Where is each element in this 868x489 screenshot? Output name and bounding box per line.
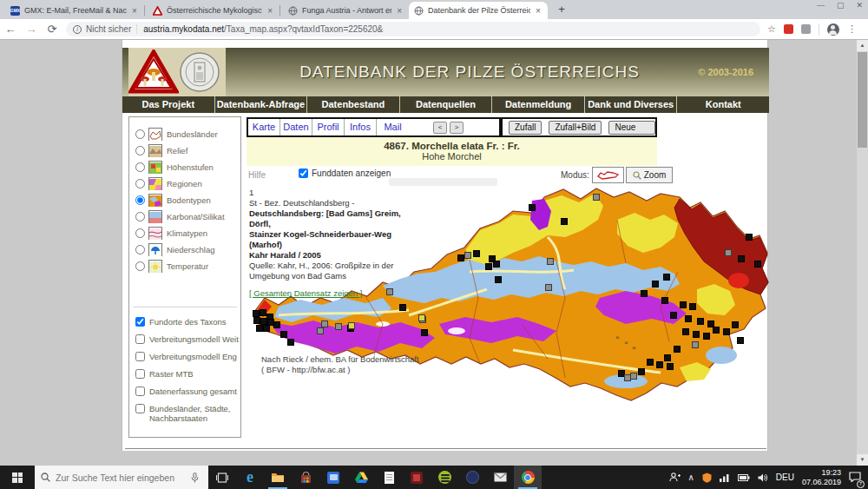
reload-button[interactable]: ⟳	[42, 23, 62, 36]
nav-dank-und-diverses[interactable]: Dank und Diverses	[585, 96, 678, 113]
site-copyright: © 2003-2016	[698, 67, 753, 77]
document-icon	[385, 472, 394, 484]
layer-radio-niederschlag[interactable]	[135, 245, 145, 254]
forward-button[interactable]: →	[21, 23, 42, 36]
view-tab-karte[interactable]: Karte	[248, 119, 280, 135]
taskbar-blue-circle-app[interactable]	[458, 466, 486, 489]
layer-radio-bundeslaender[interactable]	[135, 129, 145, 139]
layer-thumb-regionen	[148, 177, 162, 190]
layer-radio-hoehenstufen[interactable]	[135, 162, 145, 172]
layer-radio-relief[interactable]	[135, 146, 145, 155]
taskbar-spotify[interactable]	[431, 466, 458, 489]
address-bar[interactable]: i Nicht sicher austria.mykodata.net /Tax…	[66, 22, 760, 36]
scroll-up-arrow[interactable]: ▲	[857, 40, 868, 51]
layer-radio-karbonat-silikat[interactable]	[135, 212, 145, 221]
neue-abfrage-button[interactable]: Neue Abfrage	[608, 121, 655, 135]
taskbar-search[interactable]	[35, 466, 208, 489]
tray-expand-chevron[interactable]: ∧	[688, 472, 694, 482]
layer-radio-temperatur[interactable]	[135, 261, 145, 271]
battery-icon[interactable]	[738, 474, 750, 481]
tab-close-icon[interactable]: ×	[397, 6, 402, 16]
pager-prev-button[interactable]: <	[433, 122, 447, 134]
overlay-checkbox-datenerfassung[interactable]	[135, 387, 145, 396]
view-tab-infos[interactable]: Infos	[345, 119, 377, 135]
antivirus-shield-icon[interactable]	[702, 472, 712, 483]
menu-dots-icon[interactable]: ⋮	[847, 23, 857, 35]
layer-radio-regionen[interactable]	[135, 179, 145, 188]
map-attribution: Nach Rieck / ehem. BA für Bodenwirtschaf…	[261, 354, 419, 375]
show-finds-checkbox[interactable]	[299, 169, 308, 178]
bookmark-star-icon[interactable]: ☆	[767, 23, 776, 35]
taskbar-chrome-active[interactable]	[514, 466, 542, 489]
browser-tab-gmx[interactable]: GMX GMX: E-Mail, FreeMail & Nachric ×	[5, 2, 142, 19]
taskbar-mail[interactable]	[486, 466, 514, 489]
layer-radio-klimatypen[interactable]	[135, 228, 145, 238]
nav-kontakt[interactable]: Kontakt	[677, 96, 769, 113]
tab-close-icon[interactable]: ×	[536, 6, 541, 16]
close-button[interactable]: ✕	[856, 1, 863, 10]
scrollbar-thumb[interactable]	[858, 52, 867, 148]
taskbar-edge[interactable]: e	[236, 466, 264, 489]
tab-close-icon[interactable]: ×	[267, 6, 273, 16]
maximize-button[interactable]: ▢	[837, 1, 845, 10]
taskbar-clock[interactable]: 19:23 07.06.2019	[802, 468, 841, 486]
nav-datenmeldung[interactable]: Datenmeldung	[492, 96, 585, 113]
taskbar-file-explorer[interactable]	[264, 466, 292, 489]
overlay-checkbox-fundorte[interactable]	[135, 317, 145, 327]
extension-icon-red[interactable]	[784, 24, 793, 34]
security-label[interactable]: Nicht sicher	[86, 24, 131, 34]
taskbar-ms-store[interactable]	[292, 466, 319, 489]
nav-datenbestand[interactable]: Datenbestand	[307, 96, 400, 113]
action-center-button[interactable]: 7	[849, 470, 861, 486]
nav-datenbank-abfrage[interactable]: Datenbank-Abfrage	[215, 96, 308, 113]
zufall-bild-button[interactable]: Zufall+Bild	[549, 121, 602, 135]
page-scrollbar[interactable]: ▲ ▼	[857, 40, 868, 466]
red-triangle-favicon	[153, 6, 162, 16]
taskbar-red-app[interactable]	[403, 466, 431, 489]
browser-tab-datenbank-active[interactable]: Datenbank der Pilze Österreichs ×	[409, 2, 548, 19]
zufall-button[interactable]: Zufall	[509, 121, 542, 135]
task-view-button[interactable]	[208, 466, 236, 489]
taskbar-google-drive[interactable]	[347, 466, 375, 489]
browser-tab-funga[interactable]: Funga Austria - Antwort erstellen ×	[283, 2, 407, 19]
overlay-checkbox-modell-weit[interactable]	[135, 334, 145, 344]
taskbar-search-input[interactable]	[56, 472, 186, 483]
tab-title: Österreichische Mykologische G	[167, 6, 262, 15]
nav-das-projekt[interactable]: Das Projekt	[122, 96, 215, 113]
people-icon[interactable]	[669, 472, 681, 482]
minimize-button[interactable]: —	[817, 1, 825, 10]
site-info-icon[interactable]: i	[73, 25, 82, 34]
profile-avatar[interactable]	[827, 23, 839, 36]
modus-zoom-button[interactable]: Zoom	[626, 167, 673, 183]
extension-icon-gray[interactable]	[801, 24, 811, 34]
show-full-record-link[interactable]: [ Gesamten Datensatz zeigen ]	[249, 288, 362, 298]
overlay-checkbox-bundeslaender-staedte[interactable]	[135, 404, 145, 413]
ms-store-icon	[300, 472, 312, 484]
nav-datenquellen[interactable]: Datenquellen	[400, 96, 493, 113]
blue-circle-app-icon	[466, 471, 479, 484]
taskbar-photos-app[interactable]	[319, 466, 347, 489]
speaker-icon[interactable]	[758, 473, 768, 482]
start-button[interactable]	[0, 466, 35, 489]
taskbar-document-app[interactable]	[375, 466, 403, 489]
keyboard-language-indicator[interactable]: DEU	[776, 472, 794, 482]
view-tab-mail[interactable]: Mail	[377, 119, 409, 135]
browser-tab-strip: GMX GMX: E-Mail, FreeMail & Nachric × Ös…	[0, 0, 868, 19]
modus-pan-button[interactable]	[592, 167, 624, 183]
view-tab-profil[interactable]: Profil	[312, 119, 345, 135]
new-tab-button[interactable]: +	[554, 3, 569, 16]
tab-close-icon[interactable]: ×	[132, 6, 137, 16]
microphone-icon[interactable]	[191, 472, 199, 483]
scroll-down-arrow[interactable]: ▼	[857, 454, 868, 466]
sidebar-divider	[133, 307, 237, 307]
network-signal-icon[interactable]	[720, 473, 730, 482]
overlay-checkbox-raster-mtb[interactable]	[135, 369, 145, 379]
browser-tab-mykologische[interactable]: Österreichische Mykologische G ×	[148, 2, 278, 19]
help-link[interactable]: Hilfe	[248, 170, 266, 180]
system-tray: ∧ DEU 19:23 07.06.2019 7	[669, 468, 868, 486]
pager-next-button[interactable]: >	[450, 122, 464, 134]
layer-radio-bodentypen[interactable]	[135, 195, 145, 205]
back-button[interactable]: ←	[0, 23, 21, 36]
view-tab-daten[interactable]: Daten	[280, 119, 312, 135]
overlay-checkbox-modell-eng[interactable]	[135, 352, 145, 361]
